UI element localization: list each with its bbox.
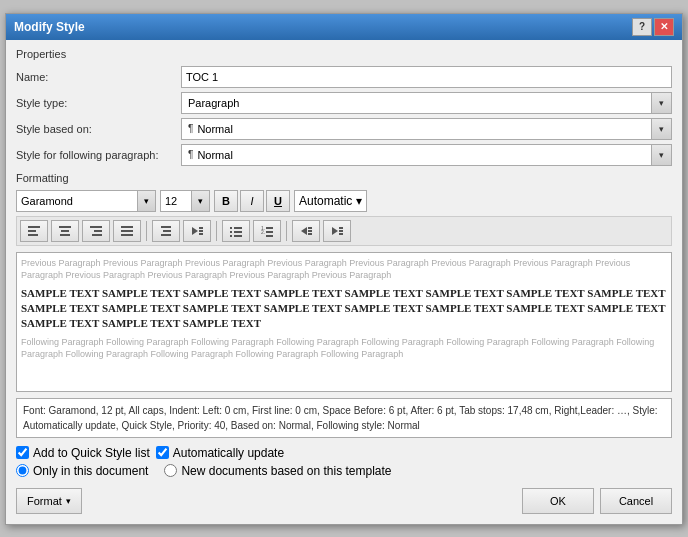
style-type-select[interactable]: Paragraph ▾ [181,92,672,114]
underline-button[interactable]: U [266,190,290,212]
style-based-select[interactable]: ¶ Normal ▾ [181,118,672,140]
svg-rect-29 [266,235,273,237]
svg-rect-28 [266,231,273,233]
toolbar-separator3 [286,221,287,241]
svg-text:2.: 2. [261,229,265,235]
name-input[interactable] [181,66,672,88]
svg-rect-18 [199,233,203,235]
font-value: Garamond [17,193,137,209]
style-based-row: Style based on: ¶ Normal ▾ [16,118,672,140]
para-icon2: ¶ [188,149,193,160]
style-following-arrow[interactable]: ▾ [651,145,671,165]
format-button[interactable]: Format ▾ [16,488,82,514]
style-following-select[interactable]: ¶ Normal ▾ [181,144,672,166]
color-label: Automatic [299,194,352,208]
preview-following: Following Paragraph Following Paragraph … [21,336,667,361]
style-based-value: ¶ Normal [182,121,651,137]
svg-rect-9 [121,226,133,228]
style-following-label: Style for following paragraph: [16,149,181,161]
cancel-button[interactable]: Cancel [600,488,672,514]
svg-rect-4 [61,230,69,232]
style-type-label: Style type: [16,97,181,109]
properties-section: Properties Name: Style type: Paragraph ▾… [16,48,672,166]
svg-rect-23 [230,235,232,237]
svg-rect-5 [60,234,70,236]
preview-previous: Previous Paragraph Previous Paragraph Pr… [21,257,667,282]
align-center-button[interactable] [51,220,79,242]
svg-rect-2 [28,234,38,236]
ok-button[interactable]: OK [522,488,594,514]
svg-rect-1 [28,230,36,232]
para-icon: ¶ [188,123,193,134]
radio-row: Only in this document New documents base… [16,464,672,478]
title-bar: Modify Style ? ✕ [6,14,682,40]
name-label: Name: [16,71,181,83]
italic-button[interactable]: I [240,190,264,212]
color-select[interactable]: Automatic ▾ [294,190,367,212]
align-justify-button[interactable] [113,220,141,242]
size-arrow[interactable]: ▾ [191,191,209,211]
bold-button[interactable]: B [214,190,238,212]
checkbox-row: Add to Quick Style list Automatically up… [16,446,672,460]
color-arrow[interactable]: ▾ [356,194,362,208]
name-row: Name: [16,66,672,88]
close-button[interactable]: ✕ [654,18,674,36]
auto-update-item: Automatically update [156,446,284,460]
add-quick-style-item: Add to Quick Style list [16,446,150,460]
svg-rect-13 [163,230,171,232]
format-arrow: ▾ [66,496,71,506]
dialog-title: Modify Style [14,20,85,34]
svg-rect-22 [234,231,242,233]
dialog-body: Properties Name: Style type: Paragraph ▾… [6,40,682,524]
style-based-arrow[interactable]: ▾ [651,119,671,139]
preview-box: Previous Paragraph Previous Paragraph Pr… [16,252,672,392]
only-document-item: Only in this document [16,464,148,478]
svg-rect-12 [161,226,171,228]
svg-rect-3 [59,226,71,228]
svg-rect-24 [234,235,242,237]
svg-rect-33 [308,233,312,235]
decrease-indent-button[interactable] [292,220,320,242]
increase-indent-button[interactable] [323,220,351,242]
svg-rect-20 [234,227,242,229]
modify-style-dialog: Modify Style ? ✕ Properties Name: Style … [5,13,683,525]
svg-rect-27 [266,227,273,229]
new-documents-label: New documents based on this template [181,464,391,478]
svg-rect-8 [92,234,102,236]
help-button[interactable]: ? [632,18,652,36]
svg-rect-19 [230,227,232,229]
auto-update-label: Automatically update [173,446,284,460]
font-select[interactable]: Garamond ▾ [16,190,156,212]
only-document-radio[interactable] [16,464,29,477]
numbered-list-button[interactable]: 1.2. [253,220,281,242]
formatting-section: Formatting Garamond ▾ 12 ▾ B I U Automat… [16,172,672,246]
svg-rect-32 [308,230,312,232]
font-arrow[interactable]: ▾ [137,191,155,211]
align-left-button[interactable] [20,220,48,242]
toolbar-separator1 [146,221,147,241]
new-documents-radio[interactable] [164,464,177,477]
svg-rect-0 [28,226,40,228]
description-box: Font: Garamond, 12 pt, All caps, Indent:… [16,398,672,438]
style-type-arrow[interactable]: ▾ [651,93,671,113]
svg-rect-6 [90,226,102,228]
title-bar-buttons: ? ✕ [632,18,674,36]
new-documents-item: New documents based on this template [164,464,391,478]
add-quick-style-checkbox[interactable] [16,446,29,459]
formatting-label: Formatting [16,172,672,184]
svg-rect-10 [121,230,133,232]
align-right-button[interactable] [82,220,110,242]
formatting-row1: Garamond ▾ 12 ▾ B I U Automatic ▾ [16,190,672,212]
indent-right-button[interactable] [183,220,211,242]
style-based-label: Style based on: [16,123,181,135]
only-document-label: Only in this document [33,464,148,478]
bottom-row: Format ▾ OK Cancel [16,488,672,514]
align-left2-button[interactable] [152,220,180,242]
style-following-row: Style for following paragraph: ¶ Normal … [16,144,672,166]
style-type-value: Paragraph [182,95,651,111]
size-select[interactable]: 12 ▾ [160,190,210,212]
svg-rect-37 [339,233,343,235]
auto-update-checkbox[interactable] [156,446,169,459]
preview-main: SAMPLE TEXT SAMPLE TEXT SAMPLE TEXT SAMP… [21,286,667,332]
list-button[interactable] [222,220,250,242]
